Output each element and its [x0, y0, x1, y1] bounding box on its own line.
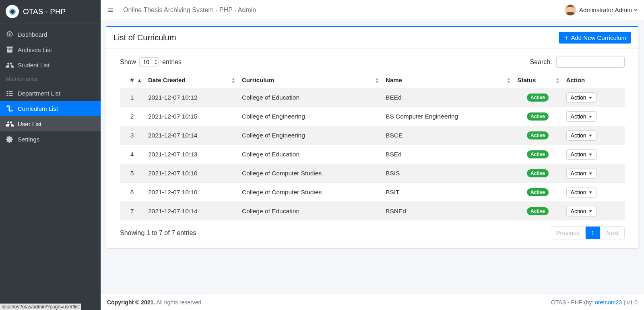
- table-row: 32021-12-07 10:14College of EngineeringB…: [120, 126, 625, 145]
- cell-status: Active: [513, 164, 562, 183]
- cell-name: BSIT: [382, 183, 513, 202]
- cell-curriculum: College of Engineering: [238, 107, 382, 126]
- sidebar-item-label: Student List: [18, 62, 50, 69]
- cell-date: 2021-12-07 10:14: [144, 126, 238, 145]
- action-button[interactable]: Action: [566, 168, 597, 179]
- pagination-prev[interactable]: Previous: [550, 227, 585, 239]
- menu-toggle-icon[interactable]: [107, 7, 114, 13]
- sidebar-item-dashboard[interactable]: Dashboard: [0, 27, 101, 42]
- caret-down-icon: [634, 8, 638, 12]
- action-button[interactable]: Action: [566, 130, 597, 141]
- cell-action: Action: [562, 107, 625, 126]
- cell-curriculum: College of Education: [238, 88, 382, 107]
- sidebar-item-curriculum[interactable]: Curriculum List: [0, 101, 101, 116]
- col-status[interactable]: Status▲▼: [513, 72, 562, 88]
- cell-name: BSNEd: [382, 202, 513, 221]
- cell-name: BSIS: [382, 164, 513, 183]
- content: List of Curriculum Add New Curriculum Sh…: [101, 0, 644, 294]
- status-badge: Active: [527, 169, 549, 177]
- datatable-bottom: Showing 1 to 7 of 7 entries Previous 1 N…: [120, 226, 625, 239]
- action-button[interactable]: Action: [566, 92, 597, 103]
- sidebar-item-label: Archives List: [18, 46, 52, 53]
- cell-curriculum: College of Engineering: [238, 126, 382, 145]
- pagination-next[interactable]: Next: [601, 227, 624, 239]
- length-control: Show 10 entries: [120, 57, 182, 67]
- action-button[interactable]: Action: [566, 149, 597, 160]
- cell-name: BEEd: [382, 88, 513, 107]
- table-row: 12021-12-07 10:12College of EducationBEE…: [120, 88, 625, 107]
- brand-logo-icon: [6, 5, 19, 18]
- cell-status: Active: [513, 145, 562, 164]
- cell-num: 2: [120, 107, 144, 126]
- brand[interactable]: OTAS - PHP: [0, 0, 101, 23]
- add-button-label: Add New Curriculum: [571, 34, 626, 41]
- cell-num: 4: [120, 145, 144, 164]
- cell-curriculum: College of Education: [238, 145, 382, 164]
- length-select[interactable]: 10: [139, 57, 159, 67]
- action-button[interactable]: Action: [566, 111, 597, 122]
- search-label: Search:: [530, 58, 552, 65]
- action-button[interactable]: Action: [566, 187, 597, 198]
- card-header: List of Curriculum Add New Curriculum: [106, 27, 638, 49]
- card: List of Curriculum Add New Curriculum Sh…: [106, 26, 638, 248]
- archive-icon: [6, 46, 14, 54]
- pagination-page-1[interactable]: 1: [586, 227, 601, 239]
- sidebar-item-students[interactable]: Student List: [0, 57, 101, 73]
- cell-name: BS Computer Engineering: [382, 107, 513, 126]
- sidebar-item-label: Settings: [18, 136, 39, 143]
- sidebar-item-department[interactable]: Department List: [0, 85, 101, 101]
- action-button[interactable]: Action: [566, 206, 597, 216]
- entries-label: entries: [162, 58, 182, 65]
- cell-action: Action: [562, 88, 625, 107]
- users-icon: [6, 120, 14, 128]
- col-name[interactable]: Name▲▼: [382, 72, 513, 88]
- sidebar-item-settings[interactable]: Settings: [0, 131, 101, 147]
- curriculum-table: #▲ Date Created▲▼ Curriculum▲▼ Name▲▼ St…: [120, 72, 625, 221]
- col-num[interactable]: #▲: [120, 72, 144, 88]
- datatable-info: Showing 1 to 7 of 7 entries: [120, 229, 196, 237]
- cell-num: 1: [120, 88, 144, 107]
- cell-date: 2021-12-07 10:14: [144, 202, 238, 221]
- cell-status: Active: [513, 126, 562, 145]
- search-control: Search:: [530, 56, 625, 68]
- user-menu[interactable]: Adminstrator Admin: [565, 4, 638, 16]
- sidebar-item-archives[interactable]: Archives List: [0, 42, 101, 57]
- cell-action: Action: [562, 126, 625, 145]
- datatable-top: Show 10 entries Search:: [120, 56, 625, 68]
- cell-curriculum: College of Education: [238, 202, 382, 221]
- gear-icon: [6, 135, 14, 143]
- status-badge: Active: [527, 112, 549, 121]
- table-row: 62021-12-07 10:10College of Computer Stu…: [120, 183, 625, 202]
- status-badge: Active: [527, 150, 549, 158]
- cell-date: 2021-12-07 10:10: [144, 183, 238, 202]
- pagination: Previous 1 Next: [550, 226, 625, 239]
- sidebar-item-label: Department List: [18, 90, 60, 97]
- tachometer-icon: [6, 30, 14, 38]
- sidebar-item-user[interactable]: User List: [0, 116, 101, 131]
- cell-action: Action: [562, 183, 625, 202]
- cell-status: Active: [513, 88, 562, 107]
- col-date[interactable]: Date Created▲▼: [144, 72, 238, 88]
- cell-name: BSCE: [382, 126, 513, 145]
- sidebar-nav: Dashboard Archives List Student List Mai…: [0, 23, 101, 150]
- cell-curriculum: College of Computer Studies: [238, 164, 382, 183]
- cell-status: Active: [513, 202, 562, 221]
- status-badge: Active: [527, 188, 549, 196]
- table-row: 42021-12-07 10:13College of EducationBSE…: [120, 145, 625, 164]
- topbar: Online Thesis Archiving System - PHP - A…: [101, 0, 644, 20]
- cell-action: Action: [562, 145, 625, 164]
- add-curriculum-button[interactable]: Add New Curriculum: [559, 32, 631, 44]
- sidebar-item-label: Curriculum List: [18, 105, 58, 112]
- status-badge: Active: [527, 207, 549, 215]
- cell-date: 2021-12-07 10:12: [144, 88, 238, 107]
- cell-action: Action: [562, 164, 625, 183]
- avatar-icon: [565, 4, 576, 16]
- search-input[interactable]: [556, 56, 625, 68]
- table-row: 52021-12-07 10:10College of Computer Stu…: [120, 164, 625, 183]
- cell-status: Active: [513, 107, 562, 126]
- cell-date: 2021-12-07 10:10: [144, 164, 238, 183]
- col-action: Action: [562, 72, 625, 88]
- sidebar-item-label: Dashboard: [18, 31, 47, 38]
- col-curriculum[interactable]: Curriculum▲▼: [238, 72, 382, 88]
- card-body: Show 10 entries Search: #▲: [106, 49, 638, 248]
